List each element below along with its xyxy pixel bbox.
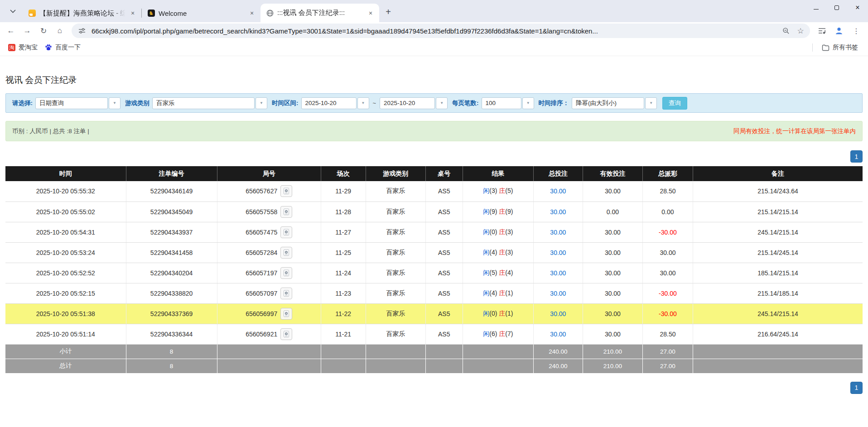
round-id: 656056997: [246, 310, 277, 317]
date-from-input[interactable]: [301, 97, 357, 109]
total-bet-link[interactable]: 30.00: [550, 187, 566, 195]
bookmark-star-icon[interactable]: ☆: [796, 26, 805, 36]
bet-id: 522904341458: [126, 242, 217, 263]
total-bet-cell: 30.00: [533, 202, 583, 222]
globe-icon: [266, 9, 274, 17]
tab-forum[interactable]: 【新提醒】海燕策略论坛 - 综合 ×: [23, 4, 141, 22]
dropdown-arrow-icon[interactable]: ▼: [522, 97, 534, 109]
table-header-row: 时间 注单编号 局号 场次 游戏类别 桌号 结果 总投注 有效投注 总派彩 备注: [5, 166, 863, 181]
all-bookmarks-button[interactable]: 所有书签: [818, 42, 862, 53]
video-record-button[interactable]: [280, 247, 292, 259]
video-record-button[interactable]: [280, 226, 292, 238]
total-bet-link[interactable]: 30.00: [550, 290, 566, 297]
site-settings-tune-icon[interactable]: [77, 26, 87, 36]
round-id: 656057475: [246, 229, 277, 236]
player-result: 闲: [483, 310, 489, 317]
dropdown-arrow-icon[interactable]: ▼: [436, 97, 448, 109]
tab-bet-records-active[interactable]: :::视讯 会员下注纪录::: ×: [260, 4, 379, 22]
subtotal-payout: 27.00: [642, 344, 693, 359]
search-button[interactable]: 查询: [662, 97, 687, 110]
bet-id: 522904343937: [126, 222, 217, 242]
valid-bet: 30.00: [583, 303, 642, 324]
bet-records-table: 时间 注单编号 局号 场次 游戏类别 桌号 结果 总投注 有效投注 总派彩 备注…: [5, 166, 863, 374]
table-no: AS5: [425, 181, 463, 202]
tab-welcome[interactable]: ♞ Welcome ×: [142, 4, 260, 22]
browser-menu-icon[interactable]: ⋮: [849, 24, 863, 38]
profile-avatar-icon[interactable]: [832, 24, 846, 38]
total-bet-link[interactable]: 30.00: [550, 310, 566, 317]
video-record-button[interactable]: [280, 308, 292, 320]
minimize-button[interactable]: [805, 0, 826, 15]
session-no: 11-27: [321, 222, 366, 242]
new-tab-button[interactable]: +: [382, 5, 395, 18]
close-icon[interactable]: ×: [129, 9, 137, 17]
reload-button[interactable]: ↻: [36, 24, 51, 38]
total-payout: 27.00: [642, 359, 693, 373]
close-icon[interactable]: ×: [248, 9, 256, 17]
address-bar[interactable]: 66cxkj98.com/ipl/portal.php/game/betreco…: [72, 24, 810, 38]
maximize-button[interactable]: [826, 0, 847, 15]
browser-toolbar: ← → ↻ ⌂ 66cxkj98.com/ipl/portal.php/game…: [0, 22, 868, 39]
time-sort-combobox[interactable]: ▼: [572, 97, 657, 109]
tab-search-button[interactable]: [6, 5, 19, 18]
close-icon[interactable]: ×: [366, 9, 375, 17]
game-type-combobox[interactable]: ▼: [152, 97, 267, 109]
banker-result: 庄: [499, 310, 505, 317]
bet-time: 2025-10-20 05:54:31: [5, 222, 126, 242]
page-1-button[interactable]: 1: [850, 150, 863, 163]
video-record-button[interactable]: [280, 288, 292, 299]
round-id-cell: 656057475: [217, 222, 321, 242]
date-to-combobox[interactable]: ▼: [380, 97, 448, 109]
back-button[interactable]: ←: [4, 24, 18, 38]
window-close-button[interactable]: ×: [847, 0, 868, 15]
col-header-valid-bet: 有效投注: [583, 166, 642, 181]
zoom-icon[interactable]: [781, 26, 791, 36]
page-size-input[interactable]: [482, 97, 521, 109]
forward-button[interactable]: →: [20, 24, 34, 38]
time-sort-input[interactable]: [572, 97, 644, 109]
date-from-combobox[interactable]: ▼: [301, 97, 369, 109]
video-record-button[interactable]: [280, 267, 292, 279]
date-to-input[interactable]: [380, 97, 435, 109]
banker-result: 庄: [499, 249, 505, 256]
bookmark-baidu[interactable]: 百度一下: [41, 42, 84, 53]
banker-result: 庄: [499, 228, 505, 235]
media-control-icon[interactable]: [815, 24, 829, 38]
minimize-icon: [814, 9, 819, 10]
player-result: 闲: [483, 228, 489, 235]
filter-bar: 请选择: ▼ 游戏类别 ▼ 时间区间: ▼ ~ ▼ 每页笔数: ▼ 时间排序： …: [5, 93, 863, 113]
subtotal-label: 小计: [5, 344, 126, 359]
total-bet-link[interactable]: 30.00: [550, 331, 566, 338]
video-record-button[interactable]: [280, 328, 292, 340]
total-bet-cell: 30.00: [533, 181, 583, 202]
date-range-separator: ~: [373, 100, 376, 106]
total-valid-bet: 210.00: [583, 359, 642, 373]
video-record-button[interactable]: [280, 185, 292, 197]
home-button[interactable]: ⌂: [53, 24, 67, 38]
total-bet-link[interactable]: 30.00: [550, 249, 566, 256]
query-type-combobox[interactable]: ▼: [35, 97, 121, 109]
game-type-input[interactable]: [152, 97, 255, 109]
dropdown-arrow-icon[interactable]: ▼: [645, 97, 657, 109]
total-bet-link[interactable]: 30.00: [550, 269, 566, 277]
banker-result: 庄: [499, 269, 505, 276]
page-1-button[interactable]: 1: [850, 382, 863, 394]
total-bet-link[interactable]: 30.00: [550, 208, 566, 216]
dropdown-arrow-icon[interactable]: ▼: [109, 97, 121, 109]
total-bet-link[interactable]: 30.00: [550, 229, 566, 236]
table-no: AS5: [425, 263, 463, 283]
dropdown-arrow-icon[interactable]: ▼: [357, 97, 369, 109]
url-text[interactable]: 66cxkj98.com/ipl/portal.php/game/betreco…: [92, 27, 776, 35]
video-record-button[interactable]: [280, 206, 292, 218]
round-id: 656057097: [246, 290, 277, 297]
round-id-cell: 656056921: [217, 324, 321, 344]
valid-bet: 0.00: [583, 202, 642, 222]
dropdown-arrow-icon[interactable]: ▼: [256, 97, 267, 109]
baidu-paw-icon: [45, 44, 52, 51]
game-type: 百家乐: [366, 242, 425, 263]
query-type-input[interactable]: [35, 97, 108, 109]
bookmark-taobao[interactable]: 淘 爱淘宝: [5, 42, 41, 53]
page-size-combobox[interactable]: ▼: [482, 97, 534, 109]
toolbar-right-icons: ⋮: [815, 24, 863, 38]
bet-id: 522904337369: [126, 303, 217, 324]
